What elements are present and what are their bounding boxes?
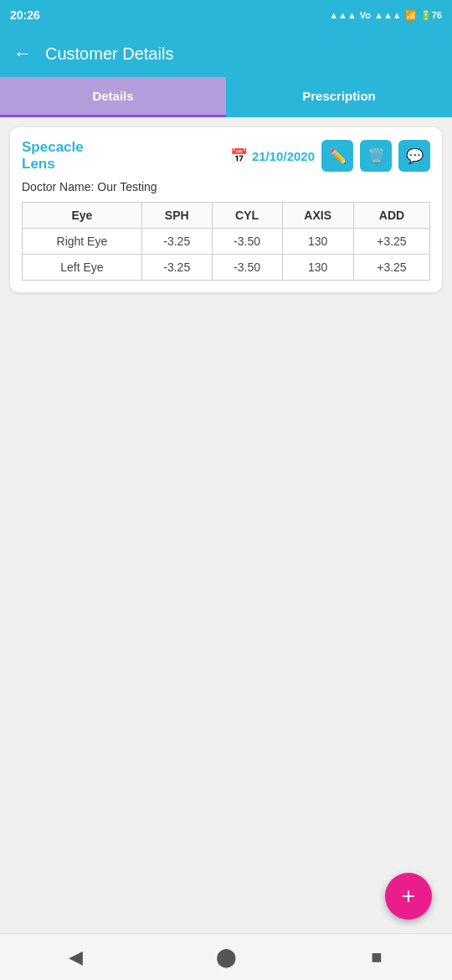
- col-sph: SPH: [141, 202, 212, 228]
- status-bar: 20:26 ▲▲▲ Vo ▲▲▲ 📶 🔋76: [0, 0, 452, 30]
- card-title: SpecacleLens: [22, 139, 84, 173]
- status-icons: ▲▲▲ Vo ▲▲▲ 📶 🔋76: [329, 10, 442, 21]
- content-area: SpecacleLens 📅 21/10/2020 ✏️ 🗑️ 💬 Doctor…: [0, 117, 452, 933]
- eye-value: +3.25: [353, 228, 429, 254]
- nav-recents-button[interactable]: ■: [357, 937, 397, 977]
- wifi-icon: Vo: [360, 10, 371, 20]
- back-button[interactable]: ←: [13, 43, 32, 64]
- table-header-row: Eye SPH CYL AXIS ADD: [23, 202, 430, 228]
- app-bar: ← Customer Details: [0, 30, 452, 77]
- wifi2-icon: 📶: [405, 10, 417, 21]
- col-eye: Eye: [23, 202, 142, 228]
- prescription-card: SpecacleLens 📅 21/10/2020 ✏️ 🗑️ 💬 Doctor…: [10, 127, 442, 292]
- card-date: 📅 21/10/2020: [230, 147, 315, 165]
- table-row: Right Eye-3.25-3.50130+3.25: [23, 228, 430, 254]
- prescription-table: Eye SPH CYL AXIS ADD Right Eye-3.25-3.50…: [22, 202, 430, 281]
- col-axis: AXIS: [282, 202, 353, 228]
- eye-label: Right Eye: [23, 228, 142, 254]
- card-date-actions: 📅 21/10/2020 ✏️ 🗑️ 💬: [230, 140, 430, 172]
- col-add: ADD: [353, 202, 429, 228]
- eye-value: 130: [282, 228, 353, 254]
- battery-icon: 🔋76: [420, 10, 442, 21]
- signal2-icon: ▲▲▲: [374, 10, 402, 20]
- add-button[interactable]: +: [385, 873, 432, 920]
- calendar-icon: 📅: [230, 147, 248, 165]
- doctor-name: Doctor Name: Our Testing: [22, 180, 430, 193]
- eye-value: +3.25: [353, 254, 429, 280]
- page-title: Customer Details: [45, 44, 173, 64]
- card-header: SpecacleLens 📅 21/10/2020 ✏️ 🗑️ 💬: [22, 139, 430, 173]
- delete-button[interactable]: 🗑️: [360, 140, 392, 172]
- col-cyl: CYL: [212, 202, 282, 228]
- edit-button[interactable]: ✏️: [321, 140, 353, 172]
- eye-value: 130: [282, 254, 353, 280]
- eye-value: -3.50: [212, 228, 282, 254]
- whatsapp-button[interactable]: 💬: [398, 140, 430, 172]
- eye-label: Left Eye: [23, 254, 142, 280]
- eye-value: -3.50: [212, 254, 282, 280]
- tab-details[interactable]: Details: [0, 77, 226, 117]
- nav-back-button[interactable]: ◀: [55, 937, 95, 977]
- table-row: Left Eye-3.25-3.50130+3.25: [23, 254, 430, 280]
- tabs: Details Prescription: [0, 77, 452, 117]
- date-value: 21/10/2020: [252, 149, 315, 163]
- status-time: 20:26: [10, 8, 40, 22]
- signal-icon: ▲▲▲: [329, 10, 357, 20]
- tab-prescription[interactable]: Prescription: [226, 77, 452, 117]
- eye-value: -3.25: [141, 228, 212, 254]
- eye-value: -3.25: [141, 254, 212, 280]
- bottom-nav: ◀ ⬤ ■: [0, 933, 452, 980]
- nav-home-button[interactable]: ⬤: [206, 937, 246, 977]
